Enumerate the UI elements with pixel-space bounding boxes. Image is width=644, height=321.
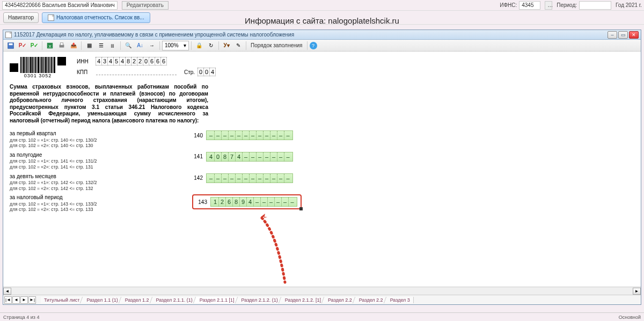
- navigator-bar: Навигатор Налоговая отчетность. Список в…: [0, 11, 644, 25]
- ifns-label: ИФНС:: [500, 2, 517, 8]
- row-main-label: за полугодие: [10, 152, 192, 159]
- zoom-combo[interactable]: 100%▾: [162, 41, 189, 50]
- row-sub-label: для стр. 102 = «1»: стр. 143 <= стр. 133…: [10, 201, 192, 207]
- check-red-icon[interactable]: Р✓: [17, 41, 28, 50]
- scroll-left-button[interactable]: ◄: [3, 288, 11, 295]
- sheet-tab[interactable]: Раздел 2.1.2. [1]: [282, 297, 325, 303]
- row-sub-label: для стр. 102 = «1»: стр. 142 <= стр. 132…: [10, 180, 192, 186]
- row-number: 143: [196, 199, 210, 205]
- row-sub-label: для стр. 102 = «2»: стр. 143 <= стр. 133: [10, 207, 192, 213]
- status-page: Страница 4 из 4: [3, 315, 39, 320]
- columns-icon[interactable]: ⫼: [107, 41, 118, 50]
- ifns-field[interactable]: 4345: [519, 1, 540, 10]
- ifns-picker[interactable]: …: [545, 1, 552, 10]
- amount-field[interactable]: 126894––––––: [210, 197, 297, 207]
- amount-field[interactable]: ––––––––––––: [206, 173, 293, 183]
- document-icon: [5, 32, 12, 38]
- edit-button[interactable]: Редактировать: [122, 1, 169, 10]
- check-green-icon[interactable]: Р✓: [29, 41, 40, 50]
- period-field[interactable]: [579, 1, 611, 10]
- kpp-label: КПП: [77, 69, 93, 75]
- scroll-right-button[interactable]: ►: [633, 288, 641, 295]
- sheet-tab[interactable]: Раздел 2.1.2. (1): [238, 297, 282, 303]
- form-row: за первый кварталдля стр. 102 = «1»: стр…: [10, 130, 634, 149]
- barcode-number: 0301 3052: [24, 73, 52, 78]
- form-row: за налоговый периоддля стр. 102 = «1»: с…: [10, 194, 634, 213]
- sheet-tab[interactable]: Раздел 2.1.1 [1]: [196, 297, 238, 303]
- row-number: 140: [192, 133, 206, 138]
- sheet-tab[interactable]: Раздел 1.1 (1): [83, 297, 121, 303]
- tab-first-button[interactable]: |◄: [4, 296, 12, 304]
- svg-rect-1: [9, 43, 13, 45]
- sheet-tab[interactable]: Раздел 2.2: [356, 297, 387, 303]
- document-title-text: 1152017 Декларация по налогу, уплачиваем…: [14, 32, 294, 38]
- grid-icon[interactable]: ▦: [84, 41, 94, 50]
- row-sub-label: для стр. 102 = «1»: стр. 140 <= стр. 130…: [10, 137, 192, 143]
- row-sub-label: для стр. 102 = «2»: стр. 140 <= стр. 130: [10, 143, 192, 149]
- close-button[interactable]: ✕: [629, 31, 639, 39]
- sheet-tabs: |◄ ◄ ► ►| Титульный листРаздел 1.1 (1)Ра…: [3, 295, 641, 304]
- tab-prev-button[interactable]: ◄: [12, 296, 20, 304]
- tab-next-button[interactable]: ►: [20, 296, 28, 304]
- row-number: 142: [192, 175, 206, 181]
- page-field: 004: [198, 68, 216, 76]
- navigator-button[interactable]: Навигатор: [3, 12, 39, 23]
- minimize-button[interactable]: –: [608, 31, 617, 39]
- help-icon[interactable]: ?: [310, 42, 317, 49]
- row-number: 141: [192, 154, 206, 159]
- row-main-label: за первый квартал: [10, 130, 192, 137]
- kpp-field[interactable]: [96, 69, 177, 75]
- horizontal-scrollbar[interactable]: ◄ ►: [3, 287, 641, 295]
- maximize-button[interactable]: ▭: [618, 31, 628, 39]
- style-button[interactable]: У ▾: [221, 41, 232, 50]
- taxpayer-field[interactable]: 434548220666 Васильев Василий Иванович: [2, 1, 118, 10]
- goto-icon[interactable]: →: [147, 41, 157, 50]
- row-sub-label: для стр. 102 = «1»: стр. 141 <= стр. 131…: [10, 158, 192, 164]
- lock-icon[interactable]: 🔒: [194, 41, 204, 50]
- document-window: 1152017 Декларация по налогу, уплачиваем…: [3, 30, 641, 305]
- print-icon[interactable]: [56, 41, 67, 50]
- edit-icon[interactable]: ✎: [233, 41, 244, 50]
- highlighted-field: 143126894––––––: [192, 194, 302, 209]
- row-sub-label: для стр. 102 = «2»: стр. 142 <= стр. 132: [10, 186, 192, 192]
- marker-square: [57, 57, 66, 65]
- status-mode: Основной: [619, 315, 641, 320]
- row-main-label: за девять месяцев: [10, 173, 192, 180]
- tab-last-button[interactable]: ►|: [28, 296, 36, 304]
- resize-handle[interactable]: [299, 207, 303, 210]
- find-next-icon[interactable]: A↓: [135, 41, 145, 50]
- barcode-bars: [20, 57, 55, 73]
- row-main-label: за налоговый период: [10, 194, 192, 201]
- sheet-tab[interactable]: Раздел 2.2: [325, 297, 356, 303]
- save-icon[interactable]: [5, 41, 16, 50]
- sheet-tab[interactable]: Раздел 3: [387, 297, 414, 303]
- marker-square: [10, 63, 18, 72]
- sheet-tab[interactable]: Раздел 1.2: [122, 297, 153, 303]
- sheet-tab[interactable]: Раздел 2.1.1. (1): [153, 297, 196, 303]
- sheet-tab[interactable]: Титульный лист: [41, 297, 83, 303]
- open-doc-tab[interactable]: Налоговая отчетность. Список вв...: [42, 12, 150, 23]
- refresh-icon[interactable]: ↻: [206, 41, 216, 50]
- list-icon[interactable]: ☰: [96, 41, 106, 50]
- page-label: Стр.: [184, 69, 195, 75]
- form-content: 0301 3052 ИНН 434548220666 КПП Стр. 004 …: [3, 52, 641, 295]
- form-row: за полугодиедля стр. 102 = «1»: стр. 141…: [10, 152, 634, 170]
- row-sub-label: для стр. 102 = «2»: стр. 141 <= стр. 131: [10, 164, 192, 170]
- barcode-block: 0301 3052: [10, 57, 66, 78]
- open-doc-tab-label: Налоговая отчетность. Список вв...: [56, 14, 144, 20]
- inn-field[interactable]: 434548220666: [96, 57, 167, 65]
- excel-icon[interactable]: X: [45, 41, 55, 50]
- inn-label: ИНН: [77, 59, 93, 64]
- export-icon[interactable]: 📤: [68, 41, 79, 50]
- document-icon: [48, 14, 54, 21]
- svg-text:X: X: [48, 43, 52, 48]
- amount-field[interactable]: ––––––––––––: [206, 130, 293, 140]
- document-toolbar: Р✓ Р✓ X 📤 ▦ ☰ ⫼ 🔍 A↓ → 100%▾ 🔒 ↻ У ▾ ✎ П…: [3, 40, 641, 52]
- amount-field[interactable]: 40874–––––––: [206, 152, 293, 162]
- search-icon[interactable]: 🔍: [123, 41, 134, 50]
- fill-order-link[interactable]: Порядок заполнения: [248, 42, 305, 48]
- form-row: за девять месяцевдля стр. 102 = «1»: стр…: [10, 173, 634, 192]
- svg-rect-5: [60, 42, 63, 45]
- app-top-bar: 434548220666 Васильев Василий Иванович Р…: [0, 0, 644, 11]
- document-titlebar: 1152017 Декларация по налогу, уплачиваем…: [3, 30, 641, 40]
